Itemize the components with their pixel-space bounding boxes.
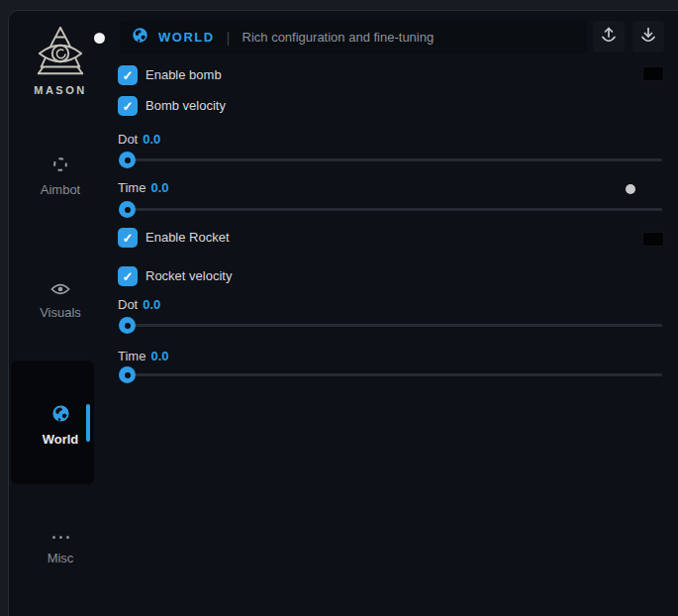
sidebar: MASON Aimbot Visuals [9, 11, 112, 616]
rocket-time-slider-thumb[interactable] [119, 366, 136, 383]
sidebar-item-misc[interactable]: Misc [9, 528, 112, 565]
page-subtitle: Rich configuration and fine-tuning [242, 30, 435, 45]
bomb-dot-slider-label: Dot0.0 [118, 132, 160, 147]
upload-icon [599, 25, 619, 49]
crosshair-icon [51, 155, 69, 177]
rocket-dot-value: 0.0 [143, 297, 160, 312]
bomb-dot-value: 0.0 [143, 132, 160, 147]
download-icon [638, 25, 658, 49]
rocket-time-slider-track[interactable] [120, 373, 662, 376]
ellipsis-icon [52, 528, 69, 546]
header-divider: | [227, 29, 231, 46]
sidebar-item-label: Misc [48, 551, 74, 565]
rocket-color-swatch[interactable] [642, 232, 664, 247]
rocket-dot-slider-label: Dot0.0 [118, 297, 160, 312]
bomb-velocity-label: Bomb velocity [145, 96, 226, 116]
check-icon: ✓ [123, 69, 134, 82]
mason-window: MASON Aimbot Visuals [8, 10, 678, 616]
page-header: WORLD | Rich configuration and fine-tuni… [120, 21, 587, 53]
check-icon: ✓ [123, 232, 134, 245]
overlay-dot [626, 184, 635, 194]
bomb-dot-slider-track[interactable] [120, 158, 662, 161]
enable-bomb-checkbox[interactable]: ✓ [118, 65, 138, 85]
rocket-time-value: 0.0 [150, 349, 168, 363]
rocket-time-slider-label: Time0.0 [118, 349, 168, 363]
rocket-velocity-checkbox[interactable]: ✓ [118, 266, 138, 286]
rocket-velocity-label: Rocket velocity [145, 266, 232, 286]
eye-icon [50, 282, 70, 300]
enable-rocket-checkbox[interactable]: ✓ [118, 228, 138, 248]
cursor-dot [94, 33, 105, 44]
bomb-time-slider-label: Time0.0 [118, 180, 168, 195]
globe-icon [51, 404, 70, 427]
page-title: WORLD [158, 30, 215, 45]
download-config-button[interactable] [632, 21, 664, 52]
sidebar-item-label: Aimbot [41, 182, 80, 197]
sidebar-item-aimbot[interactable]: Aimbot [9, 155, 112, 197]
sidebar-item-visuals[interactable]: Visuals [9, 282, 112, 320]
bomb-time-slider-thumb[interactable] [119, 201, 136, 218]
sidebar-item-world[interactable]: World [9, 404, 112, 447]
rocket-dot-slider-thumb[interactable] [119, 317, 136, 334]
bomb-time-slider-track[interactable] [120, 208, 662, 211]
sidebar-item-label: World [43, 432, 79, 447]
brand-name: MASON [9, 84, 112, 96]
rocket-dot-slider-track[interactable] [120, 324, 662, 327]
bomb-color-swatch[interactable] [642, 66, 664, 81]
screen: MASON Aimbot Visuals [0, 0, 678, 616]
enable-bomb-label: Enable bomb [145, 65, 222, 85]
upload-config-button[interactable] [593, 21, 625, 52]
bomb-dot-slider-thumb[interactable] [119, 152, 136, 168]
bomb-velocity-checkbox[interactable]: ✓ [118, 96, 138, 116]
sidebar-item-label: Visuals [40, 305, 81, 320]
bomb-time-value: 0.0 [150, 180, 168, 195]
check-icon: ✓ [123, 100, 134, 113]
globe-icon [132, 27, 148, 48]
enable-rocket-label: Enable Rocket [145, 228, 230, 248]
check-icon: ✓ [123, 270, 134, 283]
